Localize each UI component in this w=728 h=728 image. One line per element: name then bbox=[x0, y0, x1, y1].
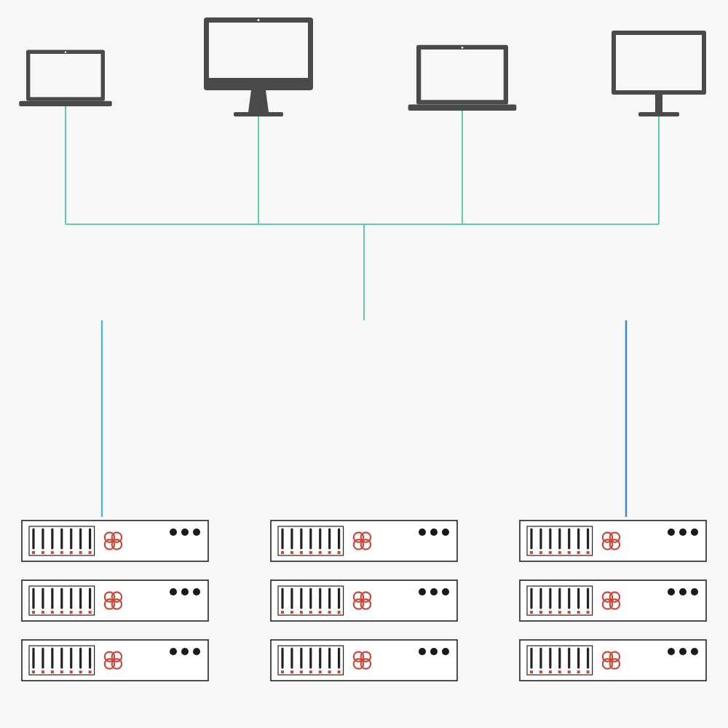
desktop-icon-foot bbox=[234, 112, 283, 116]
svg-rect-123 bbox=[290, 670, 293, 673]
svg-point-163 bbox=[691, 529, 698, 536]
svg-rect-150 bbox=[558, 551, 561, 554]
svg-rect-35 bbox=[60, 611, 63, 614]
svg-rect-127 bbox=[309, 670, 312, 673]
server-stack-1 bbox=[271, 521, 457, 681]
svg-rect-41 bbox=[89, 611, 92, 614]
svg-rect-152 bbox=[568, 551, 571, 554]
server-unit bbox=[271, 640, 457, 681]
svg-rect-100 bbox=[290, 611, 293, 614]
svg-point-185 bbox=[679, 588, 687, 596]
svg-rect-179 bbox=[587, 611, 590, 614]
server-unit bbox=[22, 580, 208, 621]
monitor-icon-screen bbox=[616, 35, 702, 90]
server-stack-0 bbox=[22, 521, 208, 681]
laptop-icon-base bbox=[408, 105, 517, 111]
server-unit bbox=[22, 640, 208, 681]
svg-rect-202 bbox=[587, 670, 590, 673]
svg-rect-108 bbox=[328, 611, 331, 614]
svg-rect-12 bbox=[60, 551, 63, 554]
svg-rect-54 bbox=[41, 670, 44, 673]
network-diagram bbox=[0, 0, 728, 728]
svg-rect-192 bbox=[539, 670, 542, 673]
svg-point-115 bbox=[419, 588, 426, 596]
svg-rect-125 bbox=[300, 670, 303, 673]
svg-rect-196 bbox=[558, 670, 561, 673]
svg-rect-83 bbox=[319, 551, 322, 554]
client-1 bbox=[204, 17, 313, 116]
svg-rect-37 bbox=[70, 611, 73, 614]
svg-rect-31 bbox=[41, 611, 44, 614]
svg-rect-131 bbox=[328, 670, 331, 673]
server-unit bbox=[271, 580, 457, 621]
svg-point-207 bbox=[668, 648, 675, 655]
svg-rect-81 bbox=[309, 551, 312, 554]
svg-rect-64 bbox=[89, 670, 92, 673]
svg-rect-56 bbox=[51, 670, 54, 673]
svg-point-70 bbox=[181, 648, 189, 655]
svg-rect-75 bbox=[281, 551, 284, 554]
svg-point-92 bbox=[419, 529, 426, 536]
svg-point-208 bbox=[679, 648, 687, 655]
svg-rect-133 bbox=[338, 670, 341, 673]
svg-point-138 bbox=[419, 648, 426, 655]
svg-rect-16 bbox=[79, 551, 82, 554]
svg-rect-175 bbox=[568, 611, 571, 614]
svg-point-46 bbox=[170, 588, 177, 596]
svg-point-2 bbox=[462, 47, 464, 49]
svg-rect-104 bbox=[309, 611, 312, 614]
svg-point-24 bbox=[181, 529, 189, 536]
svg-point-162 bbox=[679, 529, 687, 536]
monitor-icon-stand bbox=[655, 95, 662, 112]
svg-rect-156 bbox=[587, 551, 590, 554]
svg-rect-190 bbox=[530, 670, 533, 673]
laptop-icon-screen bbox=[30, 54, 100, 97]
svg-point-184 bbox=[668, 588, 675, 596]
svg-rect-33 bbox=[51, 611, 54, 614]
svg-rect-14 bbox=[70, 551, 73, 554]
svg-point-94 bbox=[442, 529, 449, 536]
client-3 bbox=[612, 31, 706, 116]
svg-point-140 bbox=[442, 648, 449, 655]
svg-rect-106 bbox=[319, 611, 322, 614]
desktop-icon-screen bbox=[209, 23, 308, 78]
svg-rect-167 bbox=[530, 611, 533, 614]
svg-point-139 bbox=[430, 648, 438, 655]
svg-rect-6 bbox=[32, 551, 35, 554]
svg-rect-171 bbox=[549, 611, 552, 614]
svg-rect-200 bbox=[577, 670, 580, 673]
svg-rect-121 bbox=[281, 670, 284, 673]
client-devices bbox=[19, 17, 706, 116]
server-unit bbox=[520, 521, 706, 561]
svg-rect-169 bbox=[539, 611, 542, 614]
server-stack-2 bbox=[520, 521, 706, 681]
svg-point-186 bbox=[691, 588, 698, 596]
svg-rect-173 bbox=[558, 611, 561, 614]
svg-rect-148 bbox=[549, 551, 552, 554]
server-racks bbox=[22, 521, 706, 681]
svg-rect-110 bbox=[338, 611, 341, 614]
svg-point-71 bbox=[193, 648, 200, 655]
svg-rect-39 bbox=[79, 611, 82, 614]
svg-rect-60 bbox=[70, 670, 73, 673]
svg-rect-102 bbox=[300, 611, 303, 614]
svg-rect-85 bbox=[328, 551, 331, 554]
desktop-icon-stand bbox=[248, 90, 269, 112]
monitor-icon-foot bbox=[638, 112, 679, 116]
svg-point-209 bbox=[691, 648, 698, 655]
laptop-icon-screen bbox=[421, 50, 503, 100]
svg-rect-10 bbox=[51, 551, 54, 554]
svg-rect-29 bbox=[32, 611, 35, 614]
svg-rect-98 bbox=[281, 611, 284, 614]
svg-rect-18 bbox=[89, 551, 92, 554]
svg-point-25 bbox=[193, 529, 200, 536]
svg-rect-154 bbox=[577, 551, 580, 554]
svg-point-69 bbox=[170, 648, 177, 655]
client-2 bbox=[408, 45, 517, 111]
svg-point-0 bbox=[65, 52, 66, 53]
laptop-icon-base bbox=[19, 101, 111, 106]
svg-point-48 bbox=[193, 588, 200, 596]
server-unit bbox=[520, 640, 706, 681]
svg-rect-8 bbox=[41, 551, 44, 554]
svg-rect-58 bbox=[60, 670, 63, 673]
